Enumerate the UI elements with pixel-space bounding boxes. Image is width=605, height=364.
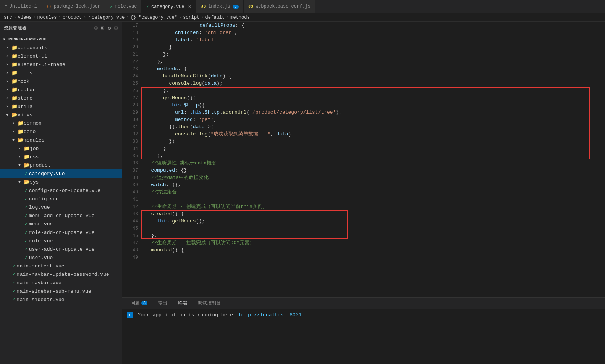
sidebar-item-mock[interactable]: › 📁 mock	[0, 77, 122, 85]
item-label: role.vue	[29, 238, 53, 244]
collapse-icon[interactable]: ⊟	[115, 25, 118, 31]
arrow-icon: ›	[6, 63, 11, 67]
sidebar-item-modules[interactable]: ▼ 📂 modules	[0, 136, 122, 144]
panel-tab-problems[interactable]: 问题 8	[126, 298, 152, 309]
sidebar-item-log[interactable]: ✓ log.vue	[0, 203, 122, 211]
item-label: modules	[24, 137, 45, 143]
folder-icon: 📁	[11, 103, 18, 110]
sidebar-item-config[interactable]: ✓ config.vue	[0, 195, 122, 203]
code-line-44: this.getMenus();	[145, 217, 605, 225]
arrow-icon: ›	[6, 105, 11, 109]
item-label: job	[30, 146, 39, 151]
code-line-49	[145, 254, 605, 261]
sidebar-item-role-add[interactable]: ✓ role-add-or-update.vue	[0, 228, 122, 237]
bc-modules[interactable]: modules	[37, 15, 57, 20]
panel-tab-terminal[interactable]: 终端	[173, 298, 192, 309]
arrow-icon: ▼	[6, 113, 11, 117]
code-editor[interactable]: 1718192021 2223242526 2728293031 3233343…	[122, 22, 605, 297]
sidebar-item-menu[interactable]: ✓ menu.vue	[0, 220, 122, 228]
tab-category[interactable]: ✓ category.vue ×	[142, 0, 196, 13]
item-label: config.vue	[29, 196, 59, 202]
bc-src[interactable]: src	[4, 15, 12, 20]
new-file-icon[interactable]: ⊕	[94, 25, 98, 31]
sidebar-item-main-sidebar-sub[interactable]: ✓ main-sidebar-sub-menu.vue	[0, 287, 122, 295]
item-label: views	[18, 112, 32, 118]
vue-file-icon: ✓	[24, 187, 28, 193]
sidebar-item-user-add[interactable]: ✓ user-add-or-update.vue	[0, 245, 122, 253]
sidebar-item-views[interactable]: ▼ 📂 views	[0, 111, 122, 119]
sidebar-item-main-sidebar[interactable]: ✓ main-sidebar.vue	[0, 295, 122, 304]
item-label: main-navbar.vue	[17, 280, 61, 286]
sidebar-item-store[interactable]: › 📁 store	[0, 94, 122, 102]
sidebar-item-role[interactable]: ✓ role.vue	[0, 237, 122, 245]
problem-badge: 8	[141, 301, 147, 305]
sidebar-item-sys[interactable]: ▼ 📂 sys	[0, 178, 122, 186]
panel-tab-debug[interactable]: 调试控制台	[193, 298, 225, 309]
sidebar-item-element-ui-theme[interactable]: › 📁 element-ui-theme	[0, 60, 122, 69]
bc-file[interactable]: category.vue	[92, 15, 125, 20]
item-label: role-add-or-update.vue	[29, 230, 95, 235]
bc-product[interactable]: product	[63, 15, 82, 20]
sidebar-item-utils[interactable]: › 📁 utils	[0, 102, 122, 111]
item-label: log.vue	[29, 205, 50, 210]
arrow-icon: ›	[18, 155, 23, 159]
arrow-icon: ›	[18, 147, 23, 151]
close-icon[interactable]: ×	[188, 4, 191, 10]
code-line-32: console.log("成功获取到菜单数据...", data)	[145, 130, 605, 138]
sidebar-item-element-ui[interactable]: › 📁 element-ui	[0, 52, 122, 60]
item-label: utils	[18, 104, 32, 110]
sidebar-tree: ▼ RENREN-FAST-VUE › 📁 components › 📁 ele…	[0, 34, 122, 364]
bc-methods[interactable]: methods	[230, 15, 249, 20]
bc-views[interactable]: views	[18, 15, 32, 20]
sidebar-item-menu-add[interactable]: ✓ menu-add-or-update.vue	[0, 211, 122, 220]
code-line-20: }	[145, 43, 605, 51]
folder-icon: 📁	[24, 145, 30, 151]
code-line-28: this.$http({	[145, 101, 605, 109]
tab-package-lock[interactable]: {} package-lock.json	[42, 0, 106, 13]
panel-tab-output[interactable]: 输出	[154, 298, 172, 309]
folder-icon: 📁	[11, 61, 18, 68]
sidebar-item-components[interactable]: › 📁 components	[0, 43, 122, 52]
item-label: menu-add-or-update.vue	[29, 213, 95, 219]
code-line-25: console.log(data);	[145, 80, 605, 87]
item-label: sys	[30, 179, 39, 185]
sidebar-item-product[interactable]: ▼ 📂 product	[0, 161, 122, 169]
bc-script[interactable]: script	[183, 15, 199, 20]
new-folder-icon[interactable]: ⊞	[101, 25, 105, 31]
sidebar-item-router[interactable]: › 📁 router	[0, 85, 122, 94]
code-line-24: handleNodeClick(data) {	[145, 72, 605, 80]
vue-file-icon: ✓	[24, 221, 28, 227]
code-line-42: //生命周期 - 创建完成（可以访问当前this实例）	[145, 203, 605, 210]
sidebar-item-job[interactable]: › 📁 job	[0, 144, 122, 153]
item-label: config-add-or-update.vue	[29, 188, 100, 193]
tab-webpack[interactable]: JS webpack.base.conf.js	[244, 0, 315, 13]
bc-default[interactable]: default	[205, 15, 225, 20]
bc-json[interactable]: {} "category.vue"	[131, 15, 177, 20]
folder-open-icon: 📂	[24, 179, 30, 185]
sidebar-item-config-add[interactable]: ✓ config-add-or-update.vue	[0, 186, 122, 195]
vue-file-icon: ✓	[12, 296, 15, 303]
sidebar-item-category-vue[interactable]: ✓ category.vue	[0, 169, 122, 178]
sidebar-item-root[interactable]: ▼ RENREN-FAST-VUE	[0, 35, 122, 43]
content-area: 1718192021 2223242526 2728293031 3233343…	[122, 22, 605, 364]
code-line-27: getMenus(){	[145, 94, 605, 101]
sidebar-item-main-content[interactable]: ✓ main-content.vue	[0, 262, 122, 270]
sidebar-item-main-navbar-update[interactable]: ✓ main-navbar-update-password.vue	[0, 270, 122, 279]
sidebar-item-oss[interactable]: › 📁 oss	[0, 153, 122, 161]
sidebar-item-demo[interactable]: › 📁 demo	[0, 127, 122, 136]
tab-index[interactable]: JS index.js 8	[196, 0, 244, 13]
tab-role[interactable]: ✓ role.vue	[105, 0, 142, 13]
folder-icon: 📁	[11, 95, 18, 101]
tab-bar: ≡ Untitled-1 {} package-lock.json ✓ role…	[0, 0, 605, 13]
tab-label: 问题	[131, 300, 140, 306]
bottom-panel: 问题 8 输出 终端 调试控制台 I Your application is r…	[122, 297, 605, 364]
sidebar-item-common[interactable]: › 📁 common	[0, 119, 122, 127]
sidebar-item-user[interactable]: ✓ user.vue	[0, 253, 122, 262]
tab-untitled[interactable]: ≡ Untitled-1	[0, 0, 42, 13]
tab-label: role.vue	[115, 4, 137, 9]
refresh-icon[interactable]: ↻	[108, 25, 111, 31]
vue-icon: ✓	[146, 4, 149, 9]
sidebar-item-icons[interactable]: › 📁 icons	[0, 69, 122, 77]
root-label: RENREN-FAST-VUE	[8, 37, 46, 42]
sidebar-item-main-navbar[interactable]: ✓ main-navbar.vue	[0, 279, 122, 287]
